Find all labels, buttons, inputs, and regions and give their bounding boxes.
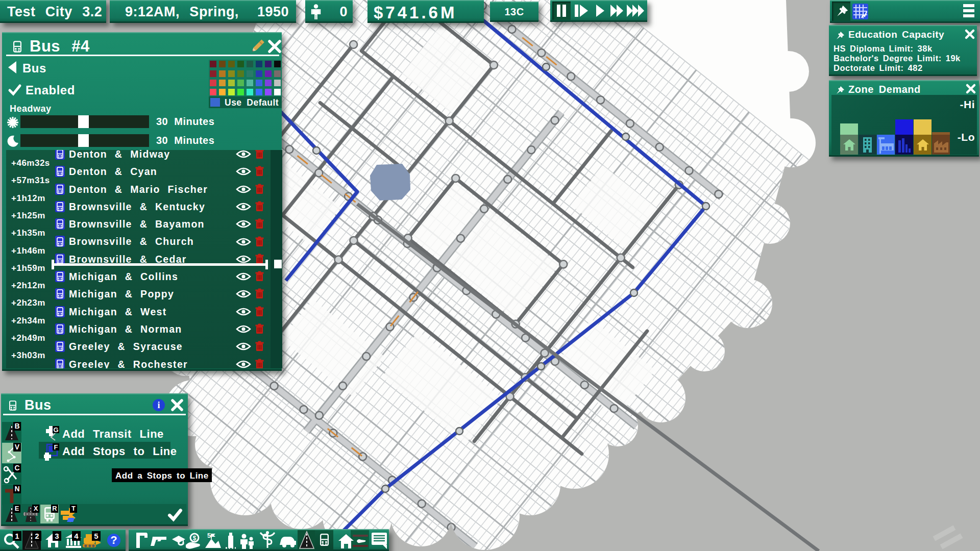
svg-text:G: G: [53, 426, 58, 434]
svg-text:i: i: [157, 400, 160, 410]
svg-text:5: 5: [207, 532, 211, 539]
svg-text:?: ?: [110, 534, 117, 546]
svg-text:F: F: [54, 443, 58, 451]
svg-text:$: $: [193, 535, 197, 542]
